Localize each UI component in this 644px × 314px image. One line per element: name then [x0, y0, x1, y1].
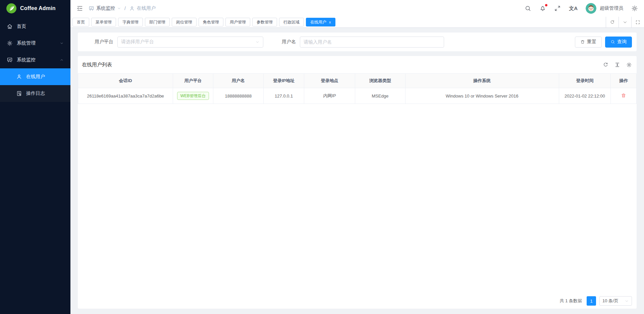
sidebar-item-label: 首页 [17, 23, 26, 29]
sidebar-item-system-monitor[interactable]: 系统监控 [0, 52, 70, 68]
cell-location: 内网IP [304, 88, 355, 104]
force-logout-button[interactable] [621, 93, 626, 98]
breadcrumb: 系统监控 / 在线用户 [89, 5, 156, 11]
table-settings-button[interactable] [626, 62, 632, 68]
table-row: 26118e6169aa41a387aa3ca7a7d2a6be WEB管理后台… [78, 88, 637, 104]
tabs-dropdown-button[interactable] [619, 17, 631, 27]
cell-session-id: 26118e6169aa41a387aa3ca7a7d2a6be [78, 88, 173, 104]
online-users-table: 会话ID 用户平台 用户名 登录IP地址 登录地点 浏览器类型 操作系统 登录时… [78, 73, 637, 104]
sidebar: Coffee Admin 首页 系统管理 [0, 0, 70, 314]
cell-os: Windows 10 or Windows Server 2016 [405, 88, 559, 104]
fullscreen-button[interactable] [554, 5, 561, 12]
sidebar-item-system-management[interactable]: 系统管理 [0, 35, 70, 52]
tab-online-users[interactable]: 在线用户 x [306, 18, 335, 26]
log-document-icon [16, 90, 22, 97]
chevron-down-icon [60, 41, 64, 45]
breadcrumb-section[interactable]: 系统监控 [96, 5, 115, 11]
username-input[interactable] [300, 37, 444, 48]
platform-select[interactable]: 请选择用户平台 [117, 37, 263, 48]
tab-label: 用户管理 [230, 19, 246, 25]
trash-icon [621, 93, 626, 98]
tab-home[interactable]: 首页 [72, 18, 89, 26]
reset-button-label: 重置 [587, 39, 596, 45]
page-size-select[interactable]: 10 条/页 [599, 296, 632, 306]
refresh-icon [603, 62, 608, 68]
chevron-down-icon [117, 6, 121, 10]
translate-icon: 文A [569, 5, 578, 12]
page-size-value: 10 条/页 [602, 298, 619, 304]
panel-header: 在线用户列表 [78, 56, 637, 73]
tab-post-management[interactable]: 岗位管理 [172, 18, 197, 26]
tabs-refresh-button[interactable] [606, 17, 619, 27]
tab-role-management[interactable]: 角色管理 [199, 18, 223, 26]
platform-select-placeholder: 请选择用户平台 [121, 39, 255, 45]
refresh-icon [610, 20, 615, 25]
table-header-row: 会话ID 用户平台 用户名 登录IP地址 登录地点 浏览器类型 操作系统 登录时… [78, 74, 637, 88]
sidebar-item-label: 系统管理 [17, 40, 36, 46]
search-button-label: 查询 [617, 39, 627, 45]
col-platform: 用户平台 [173, 74, 213, 88]
tab-user-management[interactable]: 用户管理 [225, 18, 250, 26]
panel-title: 在线用户列表 [82, 62, 112, 68]
notification-badge-dot [545, 4, 547, 6]
sidebar-item-label: 操作日志 [26, 90, 45, 97]
sidebar-item-label: 系统监控 [17, 57, 36, 63]
col-ip: 登录IP地址 [263, 74, 304, 88]
col-os: 操作系统 [405, 74, 559, 88]
col-session-id: 会话ID [78, 74, 173, 88]
search-submit-button[interactable]: 查询 [605, 37, 632, 48]
content-maximize-button[interactable] [631, 17, 644, 27]
topbar: 系统监控 / 在线用户 [70, 0, 644, 17]
tab-label: 部门管理 [149, 19, 165, 25]
monitor-icon [89, 6, 94, 11]
tab-admin-region[interactable]: 行政区域 [279, 18, 304, 26]
cell-username: 18888888888 [213, 88, 263, 104]
tab-dict-management[interactable]: 字典管理 [118, 18, 143, 26]
user-menu[interactable]: 超级管理员 [586, 3, 623, 14]
cell-browser: MSEdge [355, 88, 405, 104]
table-density-button[interactable] [614, 62, 620, 68]
tab-label: 字典管理 [122, 19, 139, 25]
filter-panel: 用户平台 请选择用户平台 用户名 重置 [78, 33, 637, 51]
reset-button[interactable]: 重置 [575, 37, 602, 48]
avatar-image [586, 3, 596, 14]
maximize-icon [635, 20, 640, 25]
tab-param-management[interactable]: 参数管理 [252, 18, 277, 26]
sidebar-item-operation-logs[interactable]: 操作日志 [0, 85, 70, 102]
gear-icon [626, 62, 632, 68]
search-icon [610, 40, 615, 44]
table-refresh-button[interactable] [603, 62, 608, 68]
online-users-panel: 在线用户列表 [78, 56, 637, 309]
app-logo: Coffee Admin [0, 0, 70, 17]
col-location: 登录地点 [304, 74, 355, 88]
settings-button[interactable] [631, 5, 638, 12]
sidebar-collapse-button[interactable] [76, 5, 83, 12]
chevron-down-icon [255, 40, 260, 44]
topbar-actions: 文A 超 [525, 3, 638, 14]
sidebar-item-label: 在线用户 [26, 74, 45, 80]
user-icon [16, 74, 22, 80]
sidebar-submenu-monitor: 在线用户 操作日志 [0, 68, 70, 102]
translate-button[interactable]: 文A [569, 5, 578, 12]
cell-actions [611, 88, 637, 104]
notifications-button[interactable] [539, 5, 546, 12]
tab-label: 菜单管理 [96, 19, 112, 25]
panel-tools [603, 62, 632, 68]
username-label: 用户名 [282, 39, 296, 45]
breadcrumb-separator: / [124, 6, 126, 11]
search-button[interactable] [525, 5, 531, 12]
gear-icon [7, 40, 13, 46]
pagination-total: 共 1 条数据 [560, 298, 582, 304]
tab-label: 行政区域 [283, 19, 300, 25]
sidebar-item-home[interactable]: 首页 [0, 18, 70, 35]
avatar [586, 3, 596, 14]
leaf-logo-icon [6, 3, 17, 14]
page-1-button[interactable]: 1 [587, 296, 596, 306]
tab-menu-management[interactable]: 菜单管理 [91, 18, 116, 26]
tab-close-icon[interactable]: x [329, 20, 331, 24]
tab-label: 参数管理 [257, 19, 273, 25]
home-icon [7, 23, 13, 29]
tab-dept-management[interactable]: 部门管理 [145, 18, 170, 26]
sidebar-item-online-users[interactable]: 在线用户 [0, 68, 70, 85]
tab-label: 角色管理 [203, 19, 219, 25]
